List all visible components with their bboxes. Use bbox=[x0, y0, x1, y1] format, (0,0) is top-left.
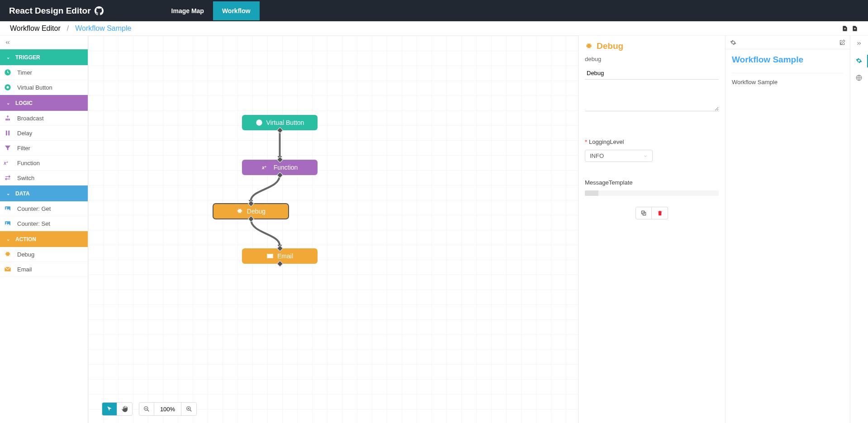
palette-item-label: Broadcast bbox=[17, 115, 44, 122]
chevron-down-icon: ⌄ bbox=[6, 55, 10, 60]
broadcast-icon bbox=[4, 114, 12, 122]
config-title: Workflow Sample bbox=[732, 55, 844, 73]
palette-item-function[interactable]: x²Function bbox=[0, 156, 88, 171]
palette-item-broadcast[interactable]: Broadcast bbox=[0, 111, 88, 126]
mail-icon bbox=[4, 265, 12, 273]
logging-level-value: INFO bbox=[590, 152, 604, 159]
dot-icon bbox=[4, 83, 12, 91]
palette-item-counter-set[interactable]: Counter: Set bbox=[0, 216, 88, 231]
node-label: Email bbox=[277, 252, 293, 260]
settings-rail-icon[interactable] bbox=[856, 57, 863, 65]
palette-item-label: Function bbox=[17, 160, 40, 166]
palette-item-debug[interactable]: Debug bbox=[0, 247, 88, 262]
github-icon bbox=[95, 6, 104, 15]
download-icon[interactable] bbox=[842, 25, 848, 32]
palette-item-virtual-button[interactable]: Virtual Button bbox=[0, 80, 88, 95]
properties-panel: Debug debug *LoggingLevel INFO MessageTe… bbox=[578, 36, 725, 423]
tab-image-map[interactable]: Image Map bbox=[162, 1, 213, 20]
duplicate-button[interactable] bbox=[636, 207, 652, 219]
upload-icon[interactable] bbox=[852, 25, 858, 32]
message-template-label: MessageTemplate bbox=[585, 179, 719, 186]
zoom-value: 100% bbox=[154, 403, 181, 415]
expand-right-icon[interactable] bbox=[856, 40, 863, 48]
port-out[interactable] bbox=[276, 261, 283, 267]
svg-rect-4 bbox=[8, 131, 9, 136]
chevron-down-icon: ⌄ bbox=[6, 237, 10, 242]
collapse-left-icon[interactable] bbox=[0, 36, 88, 49]
props-name-input[interactable] bbox=[585, 67, 719, 80]
node-label: Debug bbox=[247, 208, 266, 215]
breadcrumb-separator: / bbox=[67, 24, 69, 33]
breadcrumb-current[interactable]: Workflow Sample bbox=[75, 24, 131, 33]
pointer-tool[interactable] bbox=[102, 403, 117, 415]
node-palette: ⌄TRIGGERTimerVirtual Button⌄LOGICBroadca… bbox=[0, 36, 88, 423]
app-title[interactable]: React Design Editor bbox=[9, 6, 104, 16]
palette-group-trigger[interactable]: ⌄TRIGGER bbox=[0, 49, 88, 65]
svg-rect-3 bbox=[6, 131, 7, 136]
logging-level-label: *LoggingLevel bbox=[585, 138, 719, 145]
clock-icon bbox=[4, 68, 12, 76]
tab-workflow[interactable]: Workflow bbox=[213, 1, 260, 20]
port-in[interactable] bbox=[276, 157, 283, 163]
port-out[interactable] bbox=[276, 172, 283, 178]
props-description-textarea[interactable] bbox=[585, 84, 719, 111]
node-n2[interactable]: x²Function bbox=[242, 160, 318, 175]
pause-icon bbox=[4, 129, 12, 137]
palette-group-label: DATA bbox=[15, 190, 30, 197]
palette-item-timer[interactable]: Timer bbox=[0, 65, 88, 80]
props-title: Debug bbox=[585, 41, 719, 51]
node-n1[interactable]: Virtual Button bbox=[242, 115, 318, 130]
port-in[interactable] bbox=[276, 245, 283, 252]
node-n3[interactable]: Debug bbox=[213, 204, 289, 219]
zoom-in-button[interactable] bbox=[181, 403, 196, 415]
port-in[interactable] bbox=[247, 200, 254, 207]
port-out[interactable] bbox=[247, 216, 254, 222]
palette-item-counter-get[interactable]: Counter: Get bbox=[0, 201, 88, 216]
topbar-tabs: Image Map Workflow bbox=[162, 1, 260, 20]
palette-item-delay[interactable]: Delay bbox=[0, 126, 88, 141]
svg-point-7 bbox=[6, 207, 7, 209]
chevron-down-icon: ⌄ bbox=[6, 191, 10, 196]
palette-item-label: Email bbox=[17, 266, 32, 273]
fx-icon: x² bbox=[4, 159, 12, 167]
palette-group-action[interactable]: ⌄ACTION bbox=[0, 231, 88, 247]
switch-icon bbox=[4, 174, 12, 182]
node-label: Function bbox=[274, 164, 298, 171]
message-template-editor[interactable] bbox=[585, 190, 719, 196]
palette-group-data[interactable]: ⌄DATA bbox=[0, 185, 88, 201]
image-icon bbox=[4, 204, 12, 213]
filter-icon bbox=[4, 144, 12, 152]
svg-point-2 bbox=[6, 86, 9, 88]
port-out[interactable] bbox=[276, 127, 283, 133]
logging-level-select[interactable]: INFO bbox=[585, 150, 653, 162]
edit-icon[interactable] bbox=[839, 39, 845, 46]
palette-item-label: Filter bbox=[17, 145, 30, 152]
palette-group-logic[interactable]: ⌄LOGIC bbox=[0, 95, 88, 111]
delete-button[interactable] bbox=[652, 207, 668, 219]
zoom-out-button[interactable] bbox=[139, 403, 154, 415]
bug-icon bbox=[585, 42, 593, 50]
image-icon bbox=[4, 219, 12, 228]
bug-icon bbox=[236, 208, 243, 215]
app-title-text: React Design Editor bbox=[9, 6, 91, 16]
topbar: React Design Editor Image Map Workflow bbox=[0, 0, 868, 21]
palette-item-label: Counter: Set bbox=[17, 220, 50, 227]
palette-item-email[interactable]: Email bbox=[0, 262, 88, 277]
palette-item-filter[interactable]: Filter bbox=[0, 141, 88, 156]
palette-item-label: Counter: Get bbox=[17, 205, 51, 212]
node-n4[interactable]: Email bbox=[242, 248, 318, 264]
globe-rail-icon[interactable] bbox=[856, 75, 863, 82]
fx-icon: x² bbox=[262, 164, 270, 171]
palette-item-switch[interactable]: Switch bbox=[0, 171, 88, 185]
gear-icon[interactable] bbox=[730, 39, 736, 46]
right-rail bbox=[850, 36, 868, 423]
pan-tool[interactable] bbox=[117, 403, 132, 415]
canvas[interactable]: Virtual Buttonx²FunctionDebugEmail 100% bbox=[88, 36, 578, 423]
chevron-down-icon: ⌄ bbox=[6, 100, 10, 105]
palette-item-label: Delay bbox=[17, 130, 32, 137]
palette-group-label: LOGIC bbox=[15, 100, 33, 106]
dot-icon bbox=[256, 119, 263, 126]
bug-icon bbox=[4, 250, 12, 258]
breadcrumb-root[interactable]: Workflow Editor bbox=[10, 24, 61, 33]
palette-group-label: ACTION bbox=[15, 236, 36, 242]
